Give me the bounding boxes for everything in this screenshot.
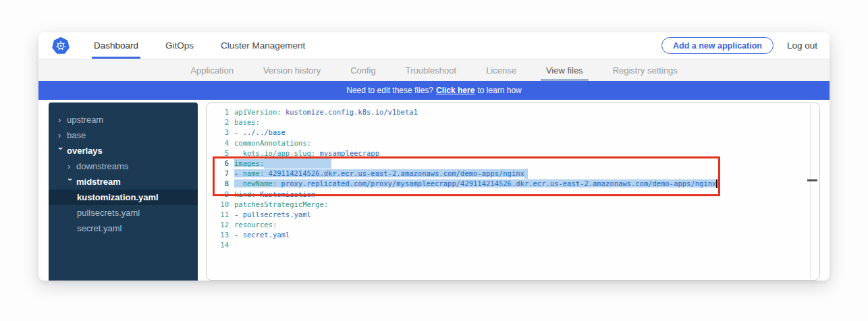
code-editor[interactable]: 1234567891011121314 apiVersion: kustomiz… xyxy=(206,103,820,281)
tree-file-pullsecrets-yaml[interactable]: pullsecrets.yaml xyxy=(49,205,198,221)
line-number: 13 xyxy=(207,230,229,240)
file-tree: › upstream › base › overlays › downstrea… xyxy=(49,103,198,281)
code-line[interactable]: images: xyxy=(234,158,717,169)
tree-item-midstream[interactable]: › midstream xyxy=(49,174,198,189)
code-line[interactable]: commonAnnotations: xyxy=(234,138,717,148)
text-cursor xyxy=(716,179,717,188)
view-files-content: › upstream › base › overlays › downstrea… xyxy=(38,100,830,281)
code-line[interactable]: newName: proxy.replicated.com/proxy/mysa… xyxy=(234,179,717,189)
line-number: 5 xyxy=(207,148,229,158)
logout-link[interactable]: Log out xyxy=(787,40,817,51)
code-line[interactable]: - pullsecrets.yaml xyxy=(234,210,717,220)
tree-item-label: upstream xyxy=(67,115,103,125)
chevron-down-icon: › xyxy=(66,178,75,187)
code-line[interactable]: apiVersion: kustomize.config.k8s.io/v1be… xyxy=(234,107,717,117)
cursor-position-marker xyxy=(807,179,817,181)
chevron-right-icon: › xyxy=(67,162,76,171)
tab-cluster-management[interactable]: Cluster Management xyxy=(219,32,307,59)
tree-file-kustomization-yaml[interactable]: kustomization.yaml xyxy=(49,189,198,205)
tree-item-label: pullsecrets.yaml xyxy=(77,208,140,218)
tree-item-label: base xyxy=(67,130,86,140)
app-sub-navigation: Application Version history Config Troub… xyxy=(38,59,830,81)
tab-dashboard[interactable]: Dashboard xyxy=(92,32,140,59)
code-line[interactable] xyxy=(234,240,717,250)
tab-license[interactable]: License xyxy=(471,59,531,81)
add-new-application-button[interactable]: Add a new application xyxy=(661,37,774,54)
code-line[interactable]: kind: Kustomization xyxy=(234,189,717,200)
line-number: 11 xyxy=(207,210,229,220)
line-number: 8 xyxy=(207,179,229,189)
tree-item-downstreams[interactable]: › downstreams xyxy=(49,158,198,174)
tree-item-label: overlays xyxy=(67,146,103,156)
tree-item-base[interactable]: › base xyxy=(49,127,198,143)
tree-item-label: downstreams xyxy=(76,161,128,171)
line-number: 7 xyxy=(207,169,229,179)
code-area[interactable]: apiVersion: kustomize.config.k8s.io/v1be… xyxy=(234,107,717,251)
tree-file-secret-yaml[interactable]: secret.yaml xyxy=(49,221,198,236)
code-line[interactable]: - secret.yaml xyxy=(234,230,717,240)
tree-item-label: midstream xyxy=(76,177,121,187)
chevron-right-icon: › xyxy=(58,115,67,124)
tab-config[interactable]: Config xyxy=(335,59,391,81)
tree-item-label: secret.yaml xyxy=(77,223,121,233)
code-line[interactable]: - name: 429114214526.dkr.ecr.us-east-2.a… xyxy=(234,169,717,179)
line-number: 10 xyxy=(207,200,229,210)
line-number-gutter: 1234567891011121314 xyxy=(207,107,229,251)
tree-item-label: kustomization.yaml xyxy=(77,192,159,202)
line-number: 6 xyxy=(207,158,229,169)
tab-version-history[interactable]: Version history xyxy=(248,59,335,81)
line-number: 12 xyxy=(207,220,229,230)
kubernetes-logo-icon xyxy=(52,37,70,55)
line-number: 2 xyxy=(207,117,229,127)
line-number: 1 xyxy=(207,107,229,117)
top-navigation: Dashboard GitOps Cluster Management Add … xyxy=(38,32,830,59)
editor-lines: 1234567891011121314 apiVersion: kustomiz… xyxy=(207,103,819,251)
tree-item-overlays[interactable]: › overlays xyxy=(49,143,198,158)
topnav-right: Add a new application Log out xyxy=(661,37,817,54)
app-window: Dashboard GitOps Cluster Management Add … xyxy=(38,32,830,281)
editor-scrollbar[interactable] xyxy=(810,104,811,279)
tab-view-files[interactable]: View files xyxy=(531,59,598,81)
main-tabs: Dashboard GitOps Cluster Management xyxy=(80,32,319,59)
banner-text-prefix: Need to edit these files? xyxy=(346,86,433,95)
banner-text-suffix: to learn how xyxy=(477,86,521,95)
code-line[interactable]: kots.io/app-slug: mysampleecrapp xyxy=(234,148,717,158)
tab-registry-settings[interactable]: Registry settings xyxy=(598,59,693,81)
tab-troubleshoot[interactable]: Troubleshoot xyxy=(391,59,471,81)
code-line[interactable]: bases: xyxy=(234,117,717,127)
code-line[interactable]: - ../../base xyxy=(234,127,717,138)
chevron-right-icon: › xyxy=(58,131,67,140)
line-number: 3 xyxy=(207,127,229,138)
click-here-link[interactable]: Click here xyxy=(436,86,474,95)
edit-files-banner: Need to edit these files? Click here to … xyxy=(38,81,830,100)
code-line[interactable]: patchesStrategicMerge: xyxy=(234,200,717,210)
line-number: 4 xyxy=(207,138,229,148)
tab-application[interactable]: Application xyxy=(175,59,248,81)
tree-item-upstream[interactable]: › upstream xyxy=(49,112,198,127)
line-number: 9 xyxy=(207,189,229,200)
chevron-down-icon: › xyxy=(57,147,65,156)
line-number: 14 xyxy=(207,240,229,250)
tab-gitops[interactable]: GitOps xyxy=(163,32,196,59)
code-line[interactable]: resources: xyxy=(234,220,717,230)
